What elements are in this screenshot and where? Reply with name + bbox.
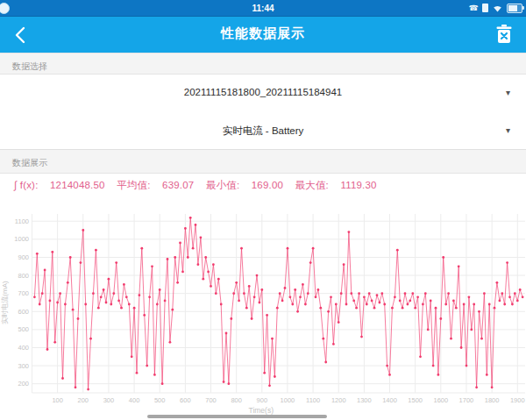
metric-dropdown-value: 实时电流 - Battery	[0, 125, 526, 138]
max-label: 最大值:	[295, 180, 330, 190]
svg-text:400: 400	[18, 344, 29, 352]
svg-text:1200: 1200	[331, 396, 346, 404]
svg-text:600: 600	[18, 308, 29, 316]
svg-text:300: 300	[103, 396, 115, 404]
integral-value: 1214048.50	[50, 180, 105, 190]
current-chart: 2003004005006007008009001000110010020030…	[0, 200, 526, 420]
max-value: 1119.30	[340, 180, 376, 190]
data-points	[33, 217, 523, 391]
svg-text:1400: 1400	[382, 396, 397, 404]
y-axis-label: 实时电流(mA)	[1, 281, 9, 324]
svg-text:900: 900	[18, 253, 29, 261]
svg-text:200: 200	[18, 380, 29, 388]
wifi-icon	[492, 4, 503, 12]
chevron-down-icon: ▾	[506, 125, 510, 135]
battery-icon	[507, 4, 522, 13]
svg-text:1600: 1600	[433, 396, 448, 404]
app-header: 性能数据展示	[0, 16, 526, 53]
delete-button[interactable]	[494, 24, 514, 45]
stats-line: ∫ f(x): 1214048.50 平均值: 639.07 最小值: 169.…	[14, 179, 377, 192]
section-data-display: 数据展示	[0, 149, 526, 174]
data-line	[34, 217, 522, 389]
avg-value: 639.07	[162, 180, 194, 190]
svg-text:900: 900	[257, 396, 268, 404]
svg-text:500: 500	[18, 325, 29, 333]
app-screen: 11:44 ☎ 性能数据展示 数据选择 20211115181800_20211…	[0, 0, 526, 420]
svg-text:1900: 1900	[510, 396, 525, 404]
svg-text:800: 800	[231, 396, 242, 404]
svg-text:100: 100	[52, 396, 63, 404]
svg-text:1300: 1300	[357, 396, 372, 404]
section-label: 数据展示	[0, 150, 526, 169]
min-value: 169.00	[252, 180, 283, 190]
file-dropdown-value: 20211115181800_20211115184941	[0, 87, 526, 97]
section-data-select: 数据选择	[0, 53, 526, 75]
section-label: 数据选择	[0, 53, 526, 73]
svg-text:400: 400	[129, 396, 140, 404]
status-icons: ☎	[469, 3, 522, 13]
status-time: 11:44	[0, 4, 526, 13]
min-label: 最小值:	[206, 180, 240, 190]
svg-text:1500: 1500	[408, 396, 423, 404]
svg-text:300: 300	[18, 362, 29, 370]
file-dropdown[interactable]: 20211115181800_20211115184941 ▾	[0, 75, 526, 113]
status-bar: 11:44 ☎	[0, 0, 526, 16]
svg-text:1000: 1000	[281, 396, 295, 404]
phone-icon: ☎	[469, 4, 479, 13]
svg-text:800: 800	[18, 272, 29, 280]
svg-text:1100: 1100	[306, 396, 320, 404]
svg-text:1000: 1000	[14, 235, 29, 243]
svg-text:1800: 1800	[485, 396, 500, 404]
svg-text:700: 700	[205, 396, 217, 404]
svg-text:700: 700	[18, 289, 29, 297]
gesture-bar[interactable]	[147, 415, 327, 418]
metric-dropdown[interactable]: 实时电流 - Battery ▾	[0, 112, 526, 150]
sim-card-icon	[482, 4, 488, 12]
page-title: 性能数据展示	[0, 25, 526, 42]
avg-label: 平均值:	[117, 180, 151, 190]
svg-text:200: 200	[78, 396, 89, 404]
svg-text:1100: 1100	[15, 217, 29, 225]
chevron-down-icon: ▾	[506, 88, 510, 97]
svg-text:600: 600	[180, 396, 191, 404]
svg-text:1700: 1700	[459, 396, 474, 404]
x-axis-label: Time(s)	[249, 406, 274, 415]
integral-label: ∫ f(x):	[14, 180, 39, 190]
svg-text:500: 500	[154, 396, 166, 404]
